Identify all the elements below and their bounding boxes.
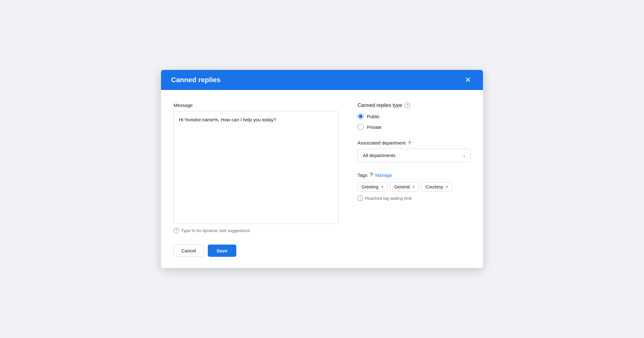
tags-info-icon: ?	[370, 172, 373, 178]
radio-private-label: Private	[367, 124, 382, 130]
modal-body: Message Hi %visitor.name%, How can I hel…	[161, 90, 483, 245]
tags-container: Greeting × General × Courtesy ×	[357, 182, 470, 192]
close-icon: ✕	[465, 76, 471, 84]
modal: Canned replies ✕ Message Hi %visitor.nam…	[161, 70, 483, 268]
hint-text: Type % for dynamic text suggestions	[181, 228, 250, 233]
save-button[interactable]: Save	[208, 245, 236, 257]
modal-footer: Cancel Save	[161, 245, 483, 268]
tag-limit-notice: i Reached tag adding limit	[357, 195, 470, 201]
modal-header: Canned replies ✕	[161, 70, 483, 90]
radio-public-label: Public	[367, 114, 380, 119]
close-button[interactable]: ✕	[463, 75, 473, 85]
radio-private[interactable]	[357, 124, 364, 130]
radio-item-private[interactable]: Private	[357, 124, 470, 130]
right-section: Canned replies type ? Public Private A	[357, 103, 470, 233]
modal-title: Canned replies	[171, 76, 221, 84]
tag-chip-general: General ×	[390, 182, 419, 192]
tag-label-general: General	[394, 184, 410, 189]
hint-info-icon: ?	[174, 228, 179, 233]
tags-section: Tags ? Manage Greeting × General ×	[357, 172, 470, 201]
radio-item-public[interactable]: Public	[357, 113, 470, 119]
dynamic-hint: ? Type % for dynamic text suggestions	[174, 228, 339, 233]
manage-link[interactable]: Manage	[375, 172, 392, 178]
tags-header: Tags ? Manage	[357, 172, 470, 178]
left-section: Message Hi %visitor.name%, How can I hel…	[174, 103, 339, 233]
radio-public[interactable]	[357, 113, 364, 119]
tag-remove-general[interactable]: ×	[412, 185, 415, 189]
tag-chip-greeting: Greeting ×	[357, 182, 388, 192]
canned-type-info-icon: ?	[405, 103, 410, 108]
department-section: Associated department ? All departments …	[357, 140, 470, 162]
message-textarea[interactable]: Hi %visitor.name%, How can I help you to…	[174, 111, 339, 224]
limit-notice-text: Reached tag adding limit	[365, 196, 412, 201]
department-select-wrapper: All departments Sales Support Billing ⌄	[357, 149, 470, 162]
tag-label-courtesy: Courtesy	[426, 184, 443, 189]
tag-chip-courtesy: Courtesy ×	[421, 182, 452, 192]
tag-label-greeting: Greeting	[362, 184, 378, 189]
department-info-icon: ?	[408, 140, 411, 145]
message-label: Message	[174, 103, 339, 108]
tags-label: Tags	[357, 172, 368, 178]
department-select[interactable]: All departments Sales Support Billing	[357, 149, 470, 162]
limit-info-icon: i	[357, 195, 363, 201]
tag-remove-courtesy[interactable]: ×	[446, 185, 448, 189]
cancel-button[interactable]: Cancel	[174, 245, 204, 257]
tag-remove-greeting[interactable]: ×	[381, 185, 384, 189]
department-label: Associated department ?	[357, 140, 470, 145]
canned-replies-type-title: Canned replies type ?	[357, 103, 470, 108]
radio-group: Public Private	[357, 113, 470, 130]
